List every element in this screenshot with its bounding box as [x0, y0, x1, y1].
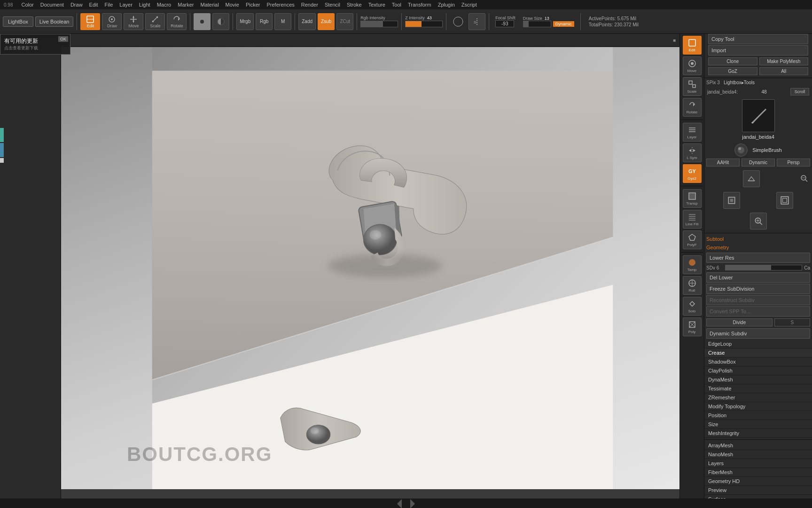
- floor-btn[interactable]: [743, 170, 760, 187]
- mrgb-button[interactable]: Mrgb: [236, 13, 254, 30]
- all-btn[interactable]: All: [759, 67, 809, 75]
- zadd-button[interactable]: Zadd: [298, 13, 316, 30]
- lower-res-btn[interactable]: Lower Res: [706, 253, 810, 263]
- clone-btn[interactable]: Clone: [708, 57, 757, 65]
- draw-button[interactable]: Draw: [102, 13, 122, 30]
- tool-scale-btn[interactable]: Scale: [683, 77, 702, 96]
- menu-file[interactable]: File: [105, 2, 113, 8]
- bottom-arrow-left[interactable]: [397, 499, 402, 508]
- menu-macro[interactable]: Macro: [157, 2, 172, 8]
- tool-roll-btn[interactable]: Roll: [683, 276, 702, 295]
- edgeloop-item[interactable]: EdgeLoop: [704, 340, 812, 349]
- geometry-title[interactable]: Geometry: [704, 243, 812, 252]
- color-btn[interactable]: [194, 13, 211, 30]
- divide-btn[interactable]: Divide: [706, 318, 773, 326]
- zoomo-btn[interactable]: [750, 213, 767, 230]
- focal-shift-value[interactable]: -93: [495, 20, 514, 27]
- menu-tool[interactable]: Tool: [392, 2, 401, 8]
- preview-item[interactable]: Preview: [704, 486, 812, 495]
- menu-texture[interactable]: Texture: [368, 2, 385, 8]
- layers-item[interactable]: Layers: [704, 459, 812, 468]
- actual-btn[interactable]: [723, 192, 740, 209]
- menu-zscript[interactable]: Zscript: [461, 2, 477, 8]
- zsub-button[interactable]: Zsub: [318, 13, 335, 30]
- geometry-hd-item[interactable]: Geometry HD: [704, 477, 812, 486]
- symmetry-btn[interactable]: S: [468, 13, 485, 30]
- scale-button[interactable]: Scale: [145, 13, 165, 30]
- tool-transp-btn[interactable]: Transp: [683, 189, 702, 208]
- frame-btn[interactable]: [776, 192, 793, 209]
- claypolish-item[interactable]: ClayPolish: [704, 366, 812, 375]
- tool-lsym-btn[interactable]: L Sym: [683, 143, 702, 162]
- update-close-btn[interactable]: OK: [58, 36, 68, 42]
- size-item[interactable]: Size: [704, 420, 812, 429]
- tool-move-btn[interactable]: Move: [683, 56, 702, 75]
- crease-item[interactable]: Crease: [704, 349, 812, 357]
- tool-solo-btn[interactable]: Solo: [683, 297, 702, 316]
- menu-preferences[interactable]: Preferences: [267, 2, 295, 8]
- shadowbox-item[interactable]: ShadowBox: [704, 357, 812, 366]
- persp-btn[interactable]: Persp: [777, 159, 810, 167]
- menu-material[interactable]: Material: [200, 2, 219, 8]
- make-polymesh-btn[interactable]: Make PolyMesh: [759, 57, 809, 65]
- lightbox-button[interactable]: LightBox: [3, 16, 33, 27]
- tool-rotate-btn[interactable]: Rotate: [683, 98, 702, 117]
- dynamesh-item[interactable]: DynaMesh: [704, 375, 812, 384]
- m-button[interactable]: M: [274, 13, 291, 30]
- menu-zplugin[interactable]: Zplugin: [438, 2, 455, 8]
- tool-poly-btn[interactable]: Poly: [683, 318, 702, 336]
- scroll-btn[interactable]: Scroll: [790, 88, 809, 95]
- live-boolean-button[interactable]: Live Boolean: [35, 16, 74, 27]
- rotate-button[interactable]: Rotate: [167, 13, 187, 30]
- dynamic-subdiv2-btn[interactable]: Dynamic Subdiv: [706, 328, 810, 339]
- dynamic-subdiv-btn[interactable]: Dynamic: [742, 159, 775, 167]
- menu-draw[interactable]: Draw: [70, 2, 83, 8]
- menu-stroke[interactable]: Stroke: [347, 2, 362, 8]
- nanomesh-item[interactable]: NanoMesh: [704, 450, 812, 459]
- tessimate-item[interactable]: Tessimate: [704, 384, 812, 393]
- meshintegrity-item[interactable]: MeshIntegrity: [704, 429, 812, 438]
- zcut-button[interactable]: ZCut: [336, 13, 353, 30]
- menu-marker[interactable]: Marker: [178, 2, 194, 8]
- import-btn[interactable]: Import: [708, 45, 808, 56]
- z-intensity-slider[interactable]: [405, 21, 443, 27]
- position-item[interactable]: Position: [704, 411, 812, 420]
- fibermesh-item[interactable]: FiberMesh: [704, 468, 812, 477]
- dynamic-button[interactable]: Dynamic: [553, 21, 574, 27]
- subtool-title[interactable]: Subtool: [704, 235, 812, 243]
- divide-extra-btn[interactable]: S: [774, 318, 810, 326]
- tool-edit-btn[interactable]: Edit: [683, 36, 702, 55]
- menu-edit[interactable]: Edit: [89, 2, 98, 8]
- menu-document[interactable]: Document: [40, 2, 64, 8]
- goz-btn[interactable]: GoZ: [708, 67, 757, 75]
- menu-color[interactable]: Color: [21, 2, 33, 8]
- arraymesh-item[interactable]: ArrayMesh: [704, 441, 812, 450]
- bottom-arrow-right[interactable]: [410, 499, 415, 508]
- tool-polyf-btn[interactable]: PolyF: [683, 230, 702, 249]
- rgb-intensity-slider[interactable]: [360, 21, 398, 27]
- tool-linefill-btn[interactable]: Line Fill: [683, 210, 702, 229]
- reconstruct-subdiv-btn[interactable]: Reconstruct Subdiv: [706, 295, 810, 305]
- material-btn[interactable]: [212, 13, 229, 30]
- canvas-area[interactable]: BOUTCG.ORG: [61, 47, 704, 489]
- modify-topology-item[interactable]: Modify Topology: [704, 402, 812, 411]
- aahit-btn[interactable]: AAHit: [706, 159, 740, 167]
- tool-tamp-btn[interactable]: Tamp: [683, 255, 702, 274]
- freeze-subdiv-btn[interactable]: Freeze SubDivision: [706, 284, 810, 294]
- tool-layer-btn[interactable]: Layer: [683, 123, 702, 142]
- lightbox-tools-label[interactable]: Lightbox▸Tools: [724, 80, 755, 85]
- move-button[interactable]: Move: [124, 13, 143, 30]
- convert-spp-btn[interactable]: Convert SPP To...: [706, 306, 810, 317]
- menu-light[interactable]: Light: [139, 2, 150, 8]
- menu-stencil[interactable]: Stencil: [325, 2, 340, 8]
- sdiv-slider[interactable]: [725, 265, 802, 270]
- draw-size-slider[interactable]: [523, 21, 551, 27]
- copy-tool-btn[interactable]: Copy Tool: [708, 34, 808, 44]
- tool-gyz-btn[interactable]: GY Gyz2: [683, 164, 702, 183]
- del-lower-btn[interactable]: Del Lower: [706, 272, 810, 283]
- edit-button[interactable]: Edit: [80, 13, 100, 30]
- menu-picker[interactable]: Picker: [246, 2, 260, 8]
- zremesher-item[interactable]: ZRemesher: [704, 393, 812, 402]
- rgb-button[interactable]: Rgb: [256, 13, 273, 30]
- menu-movie[interactable]: Movie: [226, 2, 239, 8]
